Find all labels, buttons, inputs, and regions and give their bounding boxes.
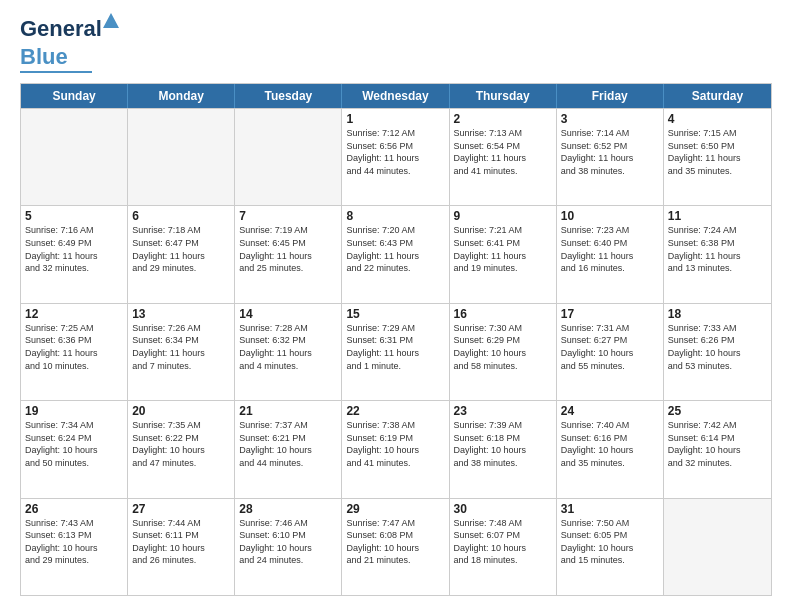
day-cell-19: 19Sunrise: 7:34 AMSunset: 6:24 PMDayligh… [21, 401, 128, 497]
day-number: 9 [454, 209, 552, 223]
day-cell-13: 13Sunrise: 7:26 AMSunset: 6:34 PMDayligh… [128, 304, 235, 400]
day-cell-31: 31Sunrise: 7:50 AMSunset: 6:05 PMDayligh… [557, 499, 664, 595]
svg-marker-0 [103, 13, 119, 28]
day-info: Sunrise: 7:20 AMSunset: 6:43 PMDaylight:… [346, 224, 444, 274]
day-info: Sunrise: 7:13 AMSunset: 6:54 PMDaylight:… [454, 127, 552, 177]
calendar-row-2: 12Sunrise: 7:25 AMSunset: 6:36 PMDayligh… [21, 303, 771, 400]
calendar: SundayMondayTuesdayWednesdayThursdayFrid… [20, 83, 772, 596]
day-cell-23: 23Sunrise: 7:39 AMSunset: 6:18 PMDayligh… [450, 401, 557, 497]
weekday-header-wednesday: Wednesday [342, 84, 449, 108]
day-info: Sunrise: 7:31 AMSunset: 6:27 PMDaylight:… [561, 322, 659, 372]
day-cell-18: 18Sunrise: 7:33 AMSunset: 6:26 PMDayligh… [664, 304, 771, 400]
day-info: Sunrise: 7:46 AMSunset: 6:10 PMDaylight:… [239, 517, 337, 567]
day-cell-3: 3Sunrise: 7:14 AMSunset: 6:52 PMDaylight… [557, 109, 664, 205]
day-number: 3 [561, 112, 659, 126]
day-number: 30 [454, 502, 552, 516]
weekday-header-tuesday: Tuesday [235, 84, 342, 108]
day-cell-2: 2Sunrise: 7:13 AMSunset: 6:54 PMDaylight… [450, 109, 557, 205]
day-cell-14: 14Sunrise: 7:28 AMSunset: 6:32 PMDayligh… [235, 304, 342, 400]
empty-cell-4-6 [664, 499, 771, 595]
calendar-body: 1Sunrise: 7:12 AMSunset: 6:56 PMDaylight… [21, 108, 771, 595]
day-cell-30: 30Sunrise: 7:48 AMSunset: 6:07 PMDayligh… [450, 499, 557, 595]
day-info: Sunrise: 7:35 AMSunset: 6:22 PMDaylight:… [132, 419, 230, 469]
day-info: Sunrise: 7:29 AMSunset: 6:31 PMDaylight:… [346, 322, 444, 372]
day-cell-11: 11Sunrise: 7:24 AMSunset: 6:38 PMDayligh… [664, 206, 771, 302]
day-number: 26 [25, 502, 123, 516]
day-info: Sunrise: 7:19 AMSunset: 6:45 PMDaylight:… [239, 224, 337, 274]
day-info: Sunrise: 7:39 AMSunset: 6:18 PMDaylight:… [454, 419, 552, 469]
day-number: 2 [454, 112, 552, 126]
day-info: Sunrise: 7:33 AMSunset: 6:26 PMDaylight:… [668, 322, 767, 372]
day-info: Sunrise: 7:34 AMSunset: 6:24 PMDaylight:… [25, 419, 123, 469]
day-info: Sunrise: 7:42 AMSunset: 6:14 PMDaylight:… [668, 419, 767, 469]
calendar-row-0: 1Sunrise: 7:12 AMSunset: 6:56 PMDaylight… [21, 108, 771, 205]
day-number: 13 [132, 307, 230, 321]
day-info: Sunrise: 7:25 AMSunset: 6:36 PMDaylight:… [25, 322, 123, 372]
day-cell-9: 9Sunrise: 7:21 AMSunset: 6:41 PMDaylight… [450, 206, 557, 302]
day-cell-12: 12Sunrise: 7:25 AMSunset: 6:36 PMDayligh… [21, 304, 128, 400]
weekday-header-friday: Friday [557, 84, 664, 108]
day-cell-1: 1Sunrise: 7:12 AMSunset: 6:56 PMDaylight… [342, 109, 449, 205]
day-info: Sunrise: 7:50 AMSunset: 6:05 PMDaylight:… [561, 517, 659, 567]
day-number: 25 [668, 404, 767, 418]
day-cell-5: 5Sunrise: 7:16 AMSunset: 6:49 PMDaylight… [21, 206, 128, 302]
day-number: 11 [668, 209, 767, 223]
day-cell-25: 25Sunrise: 7:42 AMSunset: 6:14 PMDayligh… [664, 401, 771, 497]
weekday-header-sunday: Sunday [21, 84, 128, 108]
logo-icon [102, 12, 120, 30]
day-info: Sunrise: 7:21 AMSunset: 6:41 PMDaylight:… [454, 224, 552, 274]
weekday-header-monday: Monday [128, 84, 235, 108]
empty-cell-0-2 [235, 109, 342, 205]
day-info: Sunrise: 7:23 AMSunset: 6:40 PMDaylight:… [561, 224, 659, 274]
weekday-header-thursday: Thursday [450, 84, 557, 108]
day-cell-10: 10Sunrise: 7:23 AMSunset: 6:40 PMDayligh… [557, 206, 664, 302]
day-info: Sunrise: 7:28 AMSunset: 6:32 PMDaylight:… [239, 322, 337, 372]
day-cell-15: 15Sunrise: 7:29 AMSunset: 6:31 PMDayligh… [342, 304, 449, 400]
day-cell-7: 7Sunrise: 7:19 AMSunset: 6:45 PMDaylight… [235, 206, 342, 302]
day-number: 24 [561, 404, 659, 418]
day-info: Sunrise: 7:12 AMSunset: 6:56 PMDaylight:… [346, 127, 444, 177]
logo-general: General [20, 16, 102, 41]
calendar-row-4: 26Sunrise: 7:43 AMSunset: 6:13 PMDayligh… [21, 498, 771, 595]
day-info: Sunrise: 7:40 AMSunset: 6:16 PMDaylight:… [561, 419, 659, 469]
day-number: 15 [346, 307, 444, 321]
empty-cell-0-0 [21, 109, 128, 205]
day-cell-20: 20Sunrise: 7:35 AMSunset: 6:22 PMDayligh… [128, 401, 235, 497]
day-cell-26: 26Sunrise: 7:43 AMSunset: 6:13 PMDayligh… [21, 499, 128, 595]
day-info: Sunrise: 7:16 AMSunset: 6:49 PMDaylight:… [25, 224, 123, 274]
day-number: 1 [346, 112, 444, 126]
day-cell-29: 29Sunrise: 7:47 AMSunset: 6:08 PMDayligh… [342, 499, 449, 595]
day-number: 10 [561, 209, 659, 223]
day-number: 23 [454, 404, 552, 418]
day-number: 4 [668, 112, 767, 126]
day-number: 7 [239, 209, 337, 223]
day-number: 5 [25, 209, 123, 223]
calendar-header: SundayMondayTuesdayWednesdayThursdayFrid… [21, 84, 771, 108]
day-number: 16 [454, 307, 552, 321]
day-number: 8 [346, 209, 444, 223]
logo: General Blue [20, 16, 102, 73]
calendar-row-1: 5Sunrise: 7:16 AMSunset: 6:49 PMDaylight… [21, 205, 771, 302]
day-info: Sunrise: 7:26 AMSunset: 6:34 PMDaylight:… [132, 322, 230, 372]
day-number: 14 [239, 307, 337, 321]
header: General Blue [20, 16, 772, 73]
day-info: Sunrise: 7:48 AMSunset: 6:07 PMDaylight:… [454, 517, 552, 567]
day-cell-17: 17Sunrise: 7:31 AMSunset: 6:27 PMDayligh… [557, 304, 664, 400]
day-number: 22 [346, 404, 444, 418]
day-number: 17 [561, 307, 659, 321]
day-cell-28: 28Sunrise: 7:46 AMSunset: 6:10 PMDayligh… [235, 499, 342, 595]
day-info: Sunrise: 7:43 AMSunset: 6:13 PMDaylight:… [25, 517, 123, 567]
day-info: Sunrise: 7:38 AMSunset: 6:19 PMDaylight:… [346, 419, 444, 469]
day-number: 6 [132, 209, 230, 223]
day-number: 18 [668, 307, 767, 321]
day-number: 27 [132, 502, 230, 516]
day-info: Sunrise: 7:14 AMSunset: 6:52 PMDaylight:… [561, 127, 659, 177]
weekday-header-saturday: Saturday [664, 84, 771, 108]
day-number: 12 [25, 307, 123, 321]
page: General Blue SundayMondayTuesdayWednesda… [0, 0, 792, 612]
day-number: 21 [239, 404, 337, 418]
day-number: 28 [239, 502, 337, 516]
day-cell-21: 21Sunrise: 7:37 AMSunset: 6:21 PMDayligh… [235, 401, 342, 497]
day-info: Sunrise: 7:47 AMSunset: 6:08 PMDaylight:… [346, 517, 444, 567]
day-info: Sunrise: 7:15 AMSunset: 6:50 PMDaylight:… [668, 127, 767, 177]
